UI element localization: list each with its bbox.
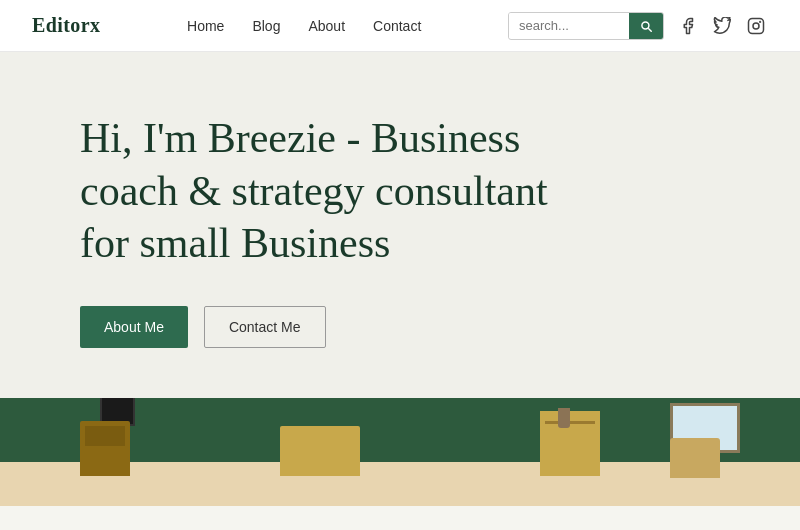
twitter-icon[interactable] (710, 14, 734, 38)
svg-point-1 (753, 23, 759, 29)
about-me-button[interactable]: About Me (80, 306, 188, 348)
contact-me-button[interactable]: Contact Me (204, 306, 326, 348)
hero-image (0, 398, 800, 506)
social-icons (676, 14, 768, 38)
room-background (0, 398, 800, 506)
search-input[interactable] (509, 13, 629, 38)
hero-title: Hi, I'm Breezie - Business coach & strat… (80, 112, 600, 270)
hero-section: Hi, I'm Breezie - Business coach & strat… (0, 52, 800, 398)
site-header: Editorx Home Blog About Contact (0, 0, 800, 52)
facebook-icon[interactable] (676, 14, 700, 38)
header-right (508, 12, 768, 40)
chair (670, 438, 720, 478)
cabinet-center (280, 426, 360, 476)
nav-contact[interactable]: Contact (373, 18, 421, 34)
vase (558, 408, 570, 428)
svg-point-2 (760, 21, 761, 22)
main-nav: Home Blog About Contact (187, 18, 421, 34)
nav-home[interactable]: Home (187, 18, 224, 34)
nav-blog[interactable]: Blog (252, 18, 280, 34)
search-container (508, 12, 664, 40)
instagram-icon[interactable] (744, 14, 768, 38)
cabinet-left (80, 421, 130, 476)
hero-buttons: About Me Contact Me (80, 306, 720, 348)
tall-cabinet (540, 411, 600, 476)
site-logo[interactable]: Editorx (32, 14, 100, 37)
search-button[interactable] (629, 13, 663, 39)
nav-about[interactable]: About (308, 18, 345, 34)
search-icon (639, 19, 653, 33)
svg-rect-0 (749, 18, 764, 33)
